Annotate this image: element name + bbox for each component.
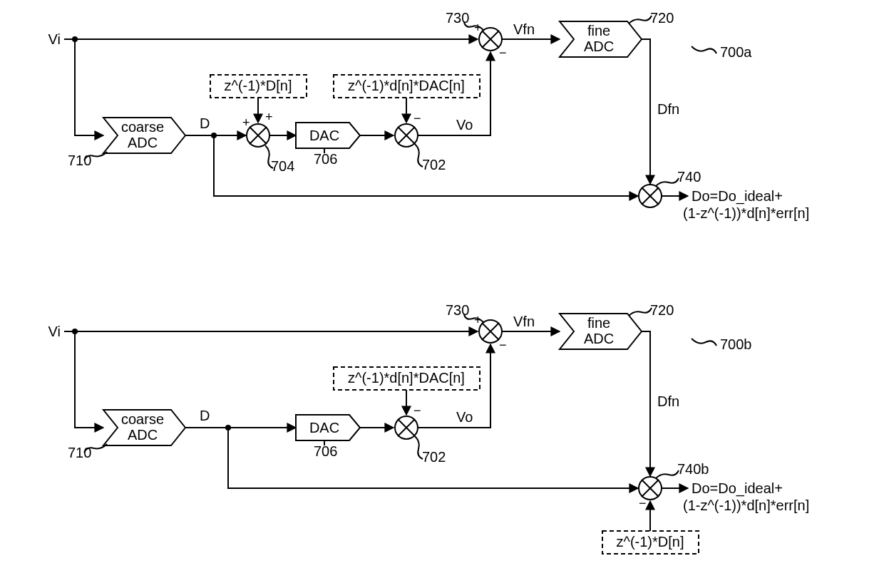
label-do-line1-a: Do=Do_ideal+: [692, 188, 783, 205]
label-dfn-b: Dfn: [657, 393, 679, 409]
coarse-adc-text2-a: ADC: [128, 135, 158, 150]
inj-702-text-a: z^(-1)*d[n]*DAC[n]: [348, 78, 465, 93]
ref-700a: 700a: [720, 44, 752, 60]
ref-730-b: 730: [446, 302, 469, 318]
dac-text-a: DAC: [309, 128, 339, 143]
summer-704: [247, 124, 269, 147]
ref-730-a: 730: [446, 10, 469, 26]
ref-720-a: 720: [650, 10, 674, 26]
fine-adc-text2-a: ADC: [584, 38, 614, 54]
wire-vi-to-coarse-b: [75, 331, 103, 428]
ref-720-b: 720: [650, 302, 674, 318]
dac-text-b: DAC: [309, 420, 339, 435]
block-coarse-adc-a: coarse ADC: [103, 118, 185, 153]
ref-702-b: 702: [422, 449, 446, 465]
summer-702-a: [395, 124, 418, 147]
label-vo-a: Vo: [456, 117, 473, 133]
inj-704: z^(-1)*D[n]: [210, 75, 307, 98]
ref-700b: 700b: [720, 336, 752, 352]
inj-702-b: z^(-1)*d[n]*DAC[n]: [334, 367, 480, 390]
sign-minus-702-a: −: [413, 111, 421, 125]
ref-702-a: 702: [422, 157, 446, 172]
summer-702-b: [395, 416, 418, 439]
wire-fine-to-740b: [642, 331, 650, 476]
block-coarse-adc-b: coarse ADC: [103, 410, 185, 445]
ref-740: 740: [677, 169, 701, 185]
label-vfn-b: Vfn: [513, 314, 535, 329]
label-d-b: D: [200, 408, 210, 423]
wire-fine-to-740-a: [642, 39, 650, 184]
coarse-adc-text1-a: coarse: [121, 119, 164, 135]
sign-minus-730-b: −: [499, 338, 507, 352]
block-fine-adc-a: fine ADC: [560, 21, 642, 57]
fine-adc-text1-b: fine: [587, 315, 610, 331]
sign-plus-left-704: +: [242, 115, 250, 130]
summer-740: [639, 185, 662, 207]
coarse-adc-text2-b: ADC: [128, 427, 158, 443]
sign-plus-top-704: +: [265, 110, 273, 124]
fine-adc-text2-b: ADC: [584, 331, 614, 346]
sign-minus-740b: −: [639, 496, 647, 510]
inj-740b: z^(-1)*D[n]: [602, 531, 699, 554]
label-do-line2-b: (1-z^(-1))*d[n]*err[n]: [683, 497, 809, 513]
ref-706-b: 706: [314, 443, 337, 459]
inj-704-text: z^(-1)*D[n]: [225, 78, 292, 93]
label-dfn-a: Dfn: [657, 101, 679, 117]
diagram-700b: 700b Vi coarse ADC 710 D DAC 706: [48, 302, 810, 554]
sign-minus-702-b: −: [413, 403, 421, 418]
ref-704: 704: [271, 158, 294, 174]
coarse-adc-text1-b: coarse: [121, 411, 164, 427]
ref-706-a: 706: [314, 151, 337, 167]
block-dac-a: DAC: [296, 123, 360, 148]
label-vo-b: Vo: [456, 409, 473, 425]
inj-702-text-b: z^(-1)*d[n]*DAC[n]: [348, 370, 465, 386]
inj-740b-text: z^(-1)*D[n]: [617, 534, 684, 550]
label-do-line2-a: (1-z^(-1))*d[n]*err[n]: [683, 205, 809, 221]
ref-710-b: 710: [68, 445, 91, 460]
fine-adc-text1-a: fine: [587, 23, 610, 38]
wire-vi-to-coarse-a: [75, 39, 103, 135]
block-dac-b: DAC: [296, 415, 360, 440]
diagram-700a: 700a Vi coarse ADC 710 D + +: [48, 10, 810, 221]
label-vi-a: Vi: [48, 31, 61, 47]
inj-702-a: z^(-1)*d[n]*DAC[n]: [334, 75, 480, 98]
ref-710-a: 710: [68, 153, 91, 168]
diagram-canvas: 700a Vi coarse ADC 710 D + +: [0, 0, 884, 588]
label-vi-b: Vi: [48, 324, 61, 339]
label-d-a: D: [200, 115, 210, 131]
ref-740b: 740b: [677, 461, 709, 477]
label-vfn-a: Vfn: [513, 21, 535, 37]
block-fine-adc-b: fine ADC: [560, 314, 642, 349]
sign-minus-730-a: −: [499, 46, 507, 60]
label-do-line1-b: Do=Do_ideal+: [692, 480, 783, 497]
